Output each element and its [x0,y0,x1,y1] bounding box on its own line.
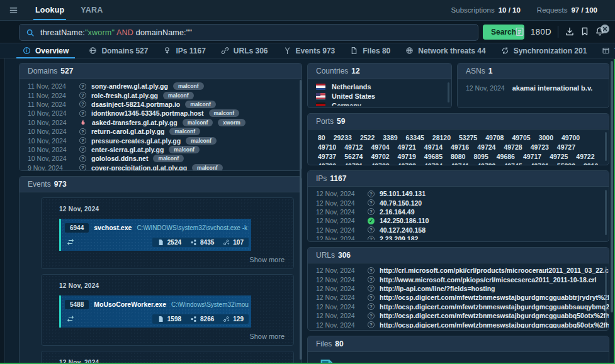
url-row[interactable]: 12 Nov, 2024?http://ocsp.digicert.com/mf… [308,320,609,328]
domain-row[interactable]: 9 Nov, 2024?cover-precipitation.gl.at.pl… [20,163,302,171]
port-value[interactable]: 49704 [371,143,389,151]
countries-scrollbar[interactable] [448,82,449,102]
port-value[interactable]: 49714 [424,143,443,151]
tab-overview[interactable]: Overview [15,43,76,58]
port-value[interactable]: 3000 [539,134,553,141]
tab-network-threats-44[interactable]: Network threats 44 [398,43,493,58]
port-value[interactable]: 49710 [318,143,336,151]
badge-malconf[interactable]: malconf [153,155,184,162]
port-value[interactable]: 49705 [512,134,530,141]
port-value[interactable]: 3210 [584,162,598,165]
port-value[interactable]: 49745 [504,162,522,165]
period-selector[interactable]: 180D [531,27,551,36]
main-scrollbar[interactable] [611,61,613,312]
port-value[interactable]: 49732 [371,162,389,165]
domain-row[interactable]: 10 Nov, 2024?enter-sierra.gl.at.ply.ggma… [20,145,302,154]
port-value[interactable]: 63345 [406,134,424,141]
port-value[interactable]: 49724 [477,143,495,151]
port-value[interactable]: 49702 [371,153,389,160]
process-row[interactable]: 6944svchost.exeC:\WINDOWS\system32\svcho… [59,219,251,251]
show-more-link[interactable]: Show more [59,256,286,263]
port-value[interactable]: 49734 [424,162,443,165]
show-more-link[interactable]: Show more [59,333,286,340]
domain-row[interactable]: 10 Nov, 2024?pressure-creates.gl.at.ply.… [20,136,302,145]
port-value[interactable]: 49716 [451,143,469,151]
port-value[interactable]: 49700 [561,134,580,141]
port-value[interactable]: 53275 [459,134,477,141]
port-value[interactable]: 49733 [398,162,416,165]
tab-ips-1167[interactable]: IPs 1167 [155,43,213,58]
port-value[interactable]: 49722 [576,153,594,160]
process-row[interactable]: 5488MoUsoCoreWorker.exeC:\Windows\System… [59,295,251,328]
port-value[interactable]: 49730 [318,162,336,165]
ips-scrollbar[interactable] [605,190,607,235]
port-value[interactable]: 49728 [504,143,522,151]
port-value[interactable]: 49685 [424,153,443,160]
tab-files-80[interactable]: Files 80 [342,43,398,58]
port-value[interactable]: 2522 [360,134,375,141]
badge-malconf[interactable]: malconf [192,164,223,171]
badge-malconf[interactable]: malconf [183,119,213,126]
search-input[interactable]: threatName:"xworm" AND domainName:"" [19,24,478,41]
ip-row[interactable]: 12 Nov, 2024?40.127.240.158 [308,226,609,234]
domain-row[interactable]: 11 Nov, 2024?role-fresh.gl.at.ply.ggmalc… [20,91,302,99]
port-value[interactable]: 49725 [550,153,568,160]
tab-urls-306[interactable]: URLs 306 [213,43,276,58]
port-value[interactable]: 49712 [344,143,363,151]
badge-xworm[interactable]: xworm [218,119,245,126]
port-value[interactable]: 49719 [398,153,416,160]
country-row[interactable]: Germany [308,101,451,106]
download-icon[interactable] [565,26,575,36]
tab-domains-527[interactable]: Domains 527 [81,43,155,58]
port-value[interactable]: 8095 [473,153,488,160]
port-value[interactable]: 80 [318,134,325,141]
port-value[interactable]: 29233 [334,134,352,141]
url-row[interactable]: 12 Nov, 2024?http://www.microsoft.com/pk… [308,275,609,284]
badge-malconf[interactable]: malconf [209,109,240,117]
ip-row[interactable]: 12 Nov, 2024?2.16.164.49 [308,207,609,216]
port-value[interactable]: 49741 [451,162,469,165]
port-value[interactable]: 49701 [531,162,549,165]
port-value[interactable]: 8080 [451,153,465,160]
menu-icon[interactable] [9,6,18,15]
url-row[interactable]: 12 Nov, 2024?http://crl.microsoft.com/pk… [308,266,609,275]
url-row[interactable]: 12 Nov, 2024?http://ocsp.digicert.com/mf… [308,293,609,302]
port-value[interactable]: 49686 [497,153,515,160]
ip-row[interactable]: 12 Nov, 2024?40.79.150.120 [308,198,609,207]
domain-row[interactable]: 11 Nov, 2024?sony-andrew.gl.at.ply.ggmal… [20,82,302,91]
domain-row[interactable]: 10 Nov, 2024?return-carol.gl.at.ply.ggma… [20,127,302,136]
tab-synchronization-201[interactable]: Synchronization 201 [494,43,595,58]
url-row[interactable]: 12 Nov, 2024?http://ip-api.com/line/?fie… [308,284,609,293]
ip-row[interactable]: 12 Nov, 2024✓142.250.186.110 [308,216,609,225]
ip-row[interactable]: 12 Nov, 2024?2.23.209.182 [308,234,609,240]
top-tab-yara[interactable]: YARA [72,0,111,20]
badge-malconf[interactable]: malconf [173,82,204,90]
domain-row[interactable]: 11 Nov, 2024?dsasinject-58214.portmap.io… [20,100,302,109]
left-column-scrollbar[interactable] [300,80,302,360]
country-row[interactable]: Netherlands [308,82,451,91]
port-value[interactable]: 49717 [523,153,541,160]
port-value[interactable]: 49737 [318,153,336,160]
port-value[interactable]: 49739 [477,162,495,165]
port-value[interactable]: 56274 [344,153,363,160]
port-value[interactable]: 49731 [344,162,363,165]
port-value[interactable]: 3389 [383,134,397,141]
badge-malconf[interactable]: malconf [186,137,217,145]
asn-row[interactable]: 12 Nov, 2024akamai international b.v. [458,83,609,92]
badge-malconf[interactable]: malconf [169,146,200,153]
bookmark-icon[interactable] [580,26,590,36]
port-value[interactable]: 28120 [432,134,451,141]
domain-row[interactable]: 10 Nov, 2024?idontknow1345-63345.portmap… [20,109,302,118]
query-builder-icon[interactable] [514,26,525,37]
badge-malconf[interactable]: malconf [185,101,216,108]
ports-scrollbar[interactable] [605,132,607,161]
port-value[interactable]: 49723 [531,143,549,151]
tab-events-973[interactable]: Events 973 [276,43,343,58]
url-row[interactable]: 12 Nov, 2024?http://ocsp.digicert.com/mf… [308,311,609,320]
badge-malconf[interactable]: malconf [169,128,200,135]
ip-row[interactable]: 12 Nov, 2024?95.101.149.131 [308,189,609,198]
port-value[interactable]: 55389 [557,162,575,165]
top-tab-lookup[interactable]: Lookup [27,0,72,20]
badge-malconf[interactable]: malconf [163,92,194,99]
urls-scrollbar[interactable] [605,267,607,322]
